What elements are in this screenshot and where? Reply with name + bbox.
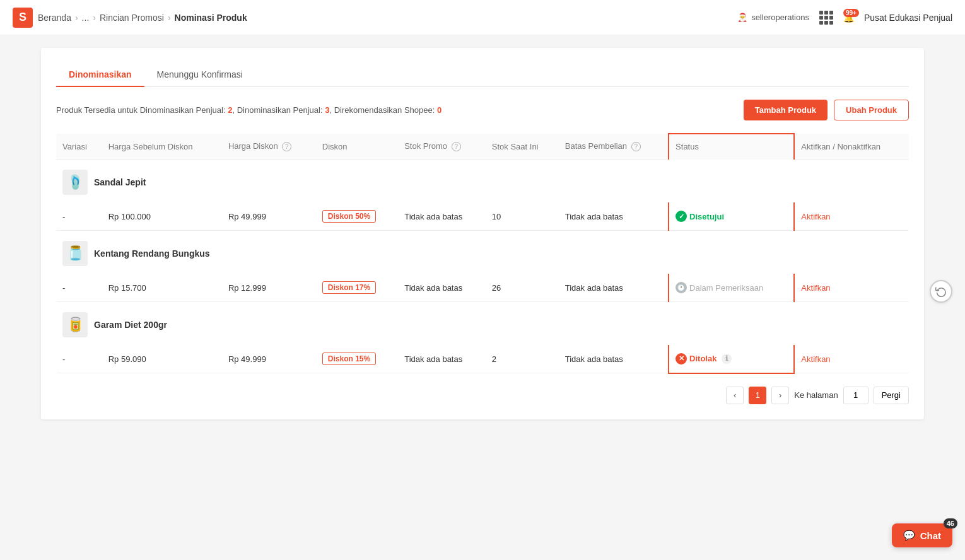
cell-stok-sekarang-2: 26 <box>486 274 559 302</box>
header-right: 🎅 selleroperations 🔔 99+ Pusat Edukasi P… <box>737 11 952 25</box>
col-stok-sekarang: Stok Saat Ini <box>486 134 559 160</box>
product-name-garam: 🥫 Garam Diet 200gr <box>56 302 909 346</box>
discount-badge-2: Diskon 17% <box>322 281 376 294</box>
cell-batas-3: Tidak ada batas <box>559 345 669 373</box>
cell-harga-sebelum-2: Rp 15.700 <box>102 274 222 302</box>
cell-status-3: ✕ Ditolak ℹ <box>669 345 794 373</box>
breadcrumb-rincian[interactable]: Rincian Promosi <box>100 13 164 23</box>
col-variasi: Variasi <box>56 134 102 160</box>
cell-stok-promo-3: Tidak ada batas <box>398 345 486 373</box>
cell-harga-diskon-3: Rp 49.999 <box>222 345 316 373</box>
tab-menunggu-konfirmasi[interactable]: Menunggu Konfirmasi <box>144 63 255 87</box>
table-header-row: Variasi Harga Sebelum Diskon Harga Disko… <box>56 134 909 160</box>
username: selleroperations <box>751 13 809 22</box>
tab-dinominasikan[interactable]: Dinominasikan <box>56 63 144 87</box>
prev-page-button[interactable]: ‹ <box>726 387 744 404</box>
apps-icon[interactable] <box>819 11 833 25</box>
cell-aktifkan-3[interactable]: Aktifkan <box>794 345 909 373</box>
notification-badge: 99+ <box>843 9 859 17</box>
approved-icon: ✓ <box>676 211 687 222</box>
breadcrumb-more[interactable]: ... <box>82 13 90 23</box>
product-table: Variasi Harga Sebelum Diskon Harga Disko… <box>56 133 909 374</box>
rejected-info-icon[interactable]: ℹ <box>722 354 732 364</box>
change-product-button[interactable]: Ubah Produk <box>834 100 909 120</box>
breadcrumb-home[interactable]: Beranda <box>38 13 71 23</box>
col-batas: Batas Pembelian ? <box>559 134 669 160</box>
shopee-logo: S <box>13 8 33 28</box>
col-aktifkan: Aktifkan / Nonaktifkan <box>794 134 909 160</box>
cell-variasi-3: - <box>56 345 102 373</box>
edu-center-link[interactable]: Pusat Edukasi Penjual <box>864 13 952 23</box>
info-bar: Produk Tersedia untuk Dinominasikan Penj… <box>56 100 909 120</box>
cell-variasi-1: - <box>56 202 102 231</box>
cell-aktifkan-2[interactable]: Aktifkan <box>794 274 909 302</box>
cell-variasi-2: - <box>56 274 102 302</box>
cell-harga-sebelum-1: Rp 100.000 <box>102 202 222 231</box>
cell-status-2: 🕐 Dalam Pemeriksaan <box>669 274 794 302</box>
product-row-kentang: 🫙 Kentang Rendang Bungkus <box>56 231 909 274</box>
cell-stok-promo-1: Tidak ada batas <box>398 202 486 231</box>
user-avatar-icon: 🎅 <box>737 13 747 22</box>
breadcrumb-sep-2: › <box>93 13 96 23</box>
breadcrumb: Beranda › ... › Rincian Promosi › Nomina… <box>38 13 247 23</box>
go-button[interactable]: Pergi <box>874 387 909 404</box>
cell-harga-sebelum-3: Rp 59.090 <box>102 345 222 373</box>
harga-diskon-help-icon[interactable]: ? <box>282 142 291 151</box>
user-info: 🎅 selleroperations <box>737 13 809 22</box>
review-icon: 🕐 <box>676 282 687 293</box>
stok-promo-help-icon[interactable]: ? <box>452 142 461 151</box>
main-content: Dinominasikan Menunggu Konfirmasi Produk… <box>28 35 937 432</box>
table-row: - Rp 100.000 Rp 49.999 Diskon 50% Tidak … <box>56 202 909 231</box>
breadcrumb-sep-3: › <box>168 13 171 23</box>
col-harga-sebelum: Harga Sebelum Diskon <box>102 134 222 160</box>
product-row-sandal: 🩴 Sandal Jepit <box>56 160 909 203</box>
product-nomination-card: Dinominasikan Menunggu Konfirmasi Produk… <box>41 48 924 419</box>
header-left: S Beranda › ... › Rincian Promosi › Nomi… <box>13 8 247 28</box>
info-text: Produk Tersedia untuk Dinominasikan Penj… <box>56 105 442 115</box>
cell-aktifkan-1[interactable]: Aktifkan <box>794 202 909 231</box>
cell-stok-sekarang-3: 2 <box>486 345 559 373</box>
col-status: Status <box>669 134 794 160</box>
rejected-icon: ✕ <box>676 353 687 365</box>
batas-help-icon[interactable]: ? <box>631 142 641 151</box>
table-row: - Rp 15.700 Rp 12.999 Diskon 17% Tidak a… <box>56 274 909 302</box>
cell-stok-promo-2: Tidak ada batas <box>398 274 486 302</box>
breadcrumb-current: Nominasi Produk <box>175 13 247 23</box>
discount-badge-1: Diskon 50% <box>322 210 376 223</box>
cell-batas-2: Tidak ada batas <box>559 274 669 302</box>
page-input[interactable] <box>843 387 868 404</box>
cell-diskon-3: Diskon 15% <box>316 345 398 373</box>
action-buttons: Tambah Produk Ubah Produk <box>744 100 909 120</box>
product-img-sandal: 🩴 <box>62 170 88 195</box>
product-img-kentang: 🫙 <box>62 241 88 266</box>
col-harga-diskon: Harga Diskon ? <box>222 134 316 160</box>
notification-bell[interactable]: 🔔 99+ <box>843 13 854 23</box>
product-row-garam: 🥫 Garam Diet 200gr <box>56 302 909 346</box>
product-name-sandal: 🩴 Sandal Jepit <box>56 160 909 203</box>
cell-stok-sekarang-1: 10 <box>486 202 559 231</box>
breadcrumb-sep-1: › <box>75 13 78 23</box>
discount-badge-3: Diskon 15% <box>322 353 376 365</box>
refresh-button[interactable] <box>930 280 952 303</box>
table: Variasi Harga Sebelum Diskon Harga Disko… <box>56 133 909 374</box>
go-to-label: Ke halaman <box>794 390 838 400</box>
header: S Beranda › ... › Rincian Promosi › Nomi… <box>0 0 965 35</box>
product-img-garam: 🥫 <box>62 312 88 337</box>
cell-diskon-1: Diskon 50% <box>316 202 398 231</box>
cell-harga-diskon-2: Rp 12.999 <box>222 274 316 302</box>
page-1-button[interactable]: 1 <box>749 387 766 404</box>
cell-status-1: ✓ Disetujui <box>669 202 794 231</box>
tabs: Dinominasikan Menunggu Konfirmasi <box>56 63 909 87</box>
table-row: - Rp 59.090 Rp 49.999 Diskon 15% Tidak a… <box>56 345 909 373</box>
next-page-button[interactable]: › <box>771 387 789 404</box>
cell-batas-1: Tidak ada batas <box>559 202 669 231</box>
add-product-button[interactable]: Tambah Produk <box>744 100 828 120</box>
cell-harga-diskon-1: Rp 49.999 <box>222 202 316 231</box>
pagination: ‹ 1 › Ke halaman Pergi <box>56 387 909 404</box>
cell-diskon-2: Diskon 17% <box>316 274 398 302</box>
col-stok-promo: Stok Promo ? <box>398 134 486 160</box>
col-diskon: Diskon <box>316 134 398 160</box>
product-name-kentang: 🫙 Kentang Rendang Bungkus <box>56 231 909 274</box>
